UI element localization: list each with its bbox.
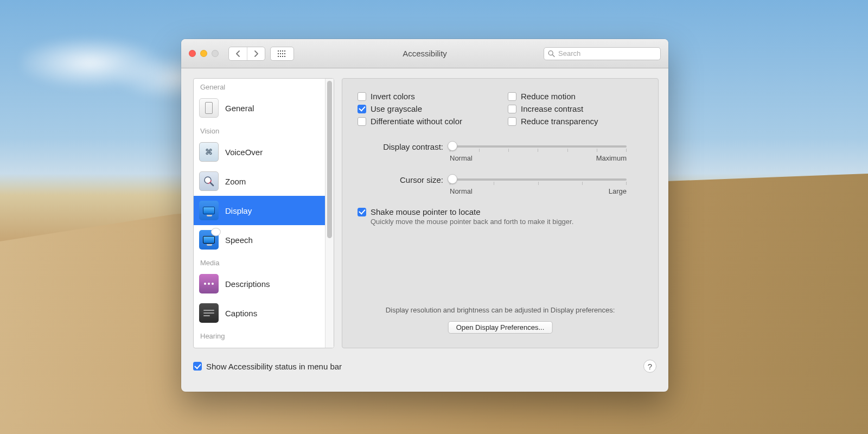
sidebar-item-general[interactable]: General [194,93,325,123]
checkbox-use-grayscale[interactable]: Use grayscale [358,104,493,113]
sidebar-item-voiceover[interactable]: ⌘ VoiceOver [194,137,325,167]
forward-button[interactable] [247,47,265,60]
descriptions-icon [199,274,219,293]
sidebar-item-descriptions[interactable]: Descriptions [194,269,325,298]
svg-line-16 [210,183,213,186]
open-display-preferences-button[interactable]: Open Display Preferences... [448,321,553,334]
search-input[interactable] [544,47,661,60]
general-icon [199,98,219,118]
sidebar-section-media: Media [194,254,325,269]
display-icon [199,201,219,220]
close-window-button[interactable] [189,50,196,57]
captions-icon [199,303,219,323]
checkbox-reduce-motion[interactable]: Reduce motion [508,92,643,101]
svg-rect-6 [282,53,283,54]
checkbox-differentiate-color[interactable]: Differentiate without color [358,117,493,126]
svg-rect-3 [284,50,285,52]
svg-rect-7 [284,53,285,54]
svg-rect-2 [282,50,283,52]
zoom-window-button[interactable] [212,50,219,57]
sidebar-section-general: General [194,79,325,93]
sidebar-scrollbar[interactable] [325,79,334,348]
svg-rect-4 [278,53,279,54]
svg-rect-5 [280,53,281,54]
window-footer: Show Accessibility status in menu bar ? [181,350,668,382]
sidebar-section-vision: Vision [194,123,325,137]
sidebar-item-display[interactable]: Display [194,196,325,225]
shake-help-text: Quickly move the mouse pointer back and … [371,218,643,226]
sidebar-item-captions[interactable]: Captions [194,298,325,328]
voiceover-icon: ⌘ [199,142,219,162]
minimize-window-button[interactable] [200,50,207,57]
chevron-right-icon [254,50,259,57]
sidebar-item-speech[interactable]: Speech [194,225,325,254]
display-contrast-slider[interactable] [450,145,627,148]
traffic-lights [189,50,219,57]
display-prefs-hint: Display resolution and brightness can be… [342,306,658,314]
chevron-left-icon [235,50,240,57]
checkbox-shake-locate[interactable]: Shake mouse pointer to locate [358,207,643,216]
nav-buttons [228,47,265,61]
svg-rect-9 [280,56,281,57]
svg-rect-11 [284,56,285,57]
cursor-size-label: Cursor size: [358,174,450,184]
help-button[interactable]: ? [643,360,656,373]
checkbox-reduce-transparency[interactable]: Reduce transparency [508,117,643,126]
titlebar: Accessibility [181,39,668,68]
back-button[interactable] [229,47,247,60]
checkbox-increase-contrast[interactable]: Increase contrast [508,104,643,113]
speech-icon [199,230,219,250]
cursor-size-slider[interactable] [450,178,627,181]
zoom-icon [199,171,219,191]
display-contrast-label: Display contrast: [358,141,450,151]
checkbox-invert-colors[interactable]: Invert colors [358,92,493,101]
svg-rect-10 [282,56,283,57]
detail-pane: Invert colors Reduce motion Use grayscal… [342,78,659,348]
svg-rect-0 [278,50,279,52]
svg-rect-1 [280,50,281,52]
sidebar-section-hearing: Hearing [194,328,325,342]
sidebar: General General Vision ⌘ VoiceOver Zoom [193,78,334,348]
sidebar-item-zoom[interactable]: Zoom [194,167,325,196]
show-all-button[interactable] [270,47,294,61]
preferences-window: Accessibility General General Vision ⌘ V… [181,39,668,392]
svg-rect-8 [278,56,279,57]
grid-icon [278,50,286,57]
checkbox-show-status-menubar[interactable]: Show Accessibility status in menu bar [193,362,342,371]
